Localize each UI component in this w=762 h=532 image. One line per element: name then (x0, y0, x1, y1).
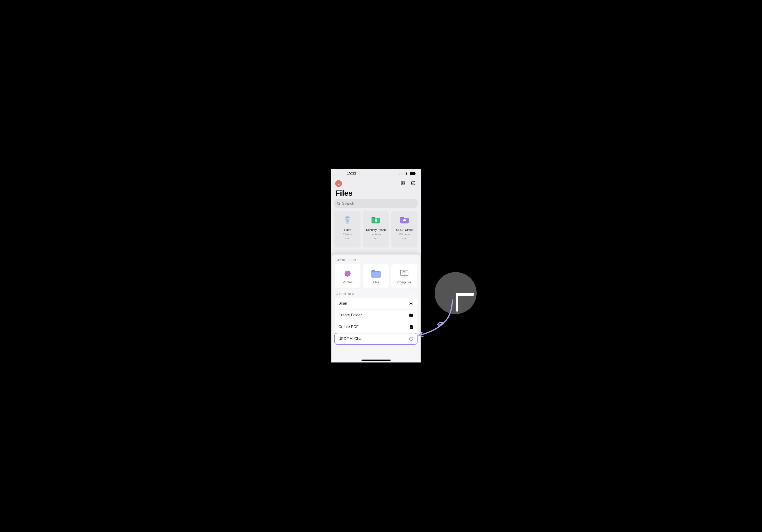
add-fab-callout[interactable] (433, 271, 478, 315)
svg-rect-5 (404, 183, 405, 185)
folder-title: Trash (344, 228, 351, 232)
import-label: Files (373, 280, 379, 284)
svg-rect-1 (416, 173, 416, 174)
wifi-icon (405, 172, 409, 175)
svg-point-7 (337, 202, 340, 204)
svg-rect-3 (404, 181, 405, 183)
scan-icon (409, 301, 414, 306)
files-folder-icon (370, 268, 382, 279)
import-label: Computer (397, 280, 411, 284)
import-row: Photos Files (335, 264, 417, 288)
svg-rect-28 (410, 315, 413, 315)
folder-subtitle: 103 items (399, 233, 410, 236)
avatar[interactable]: L (335, 180, 342, 187)
bottom-sheet: IMPORT FROM (332, 255, 420, 362)
trash-icon (342, 214, 353, 225)
page-title: Files (331, 188, 421, 199)
create-list: Scan Create Folder (335, 298, 417, 345)
folder-subtitle: 2 items (343, 233, 352, 236)
folder-updf-cloud[interactable]: UPDF Cloud 103 items ••• (391, 211, 418, 248)
create-folder[interactable]: Create Folder (335, 310, 417, 321)
search-placeholder: Search (342, 201, 354, 206)
svg-rect-4 (402, 183, 403, 185)
svg-point-13 (346, 222, 347, 223)
svg-rect-0 (410, 172, 415, 175)
cloud-folder-icon (399, 214, 410, 225)
create-item-label: UPDF AI Chat (339, 337, 362, 341)
photos-icon (343, 268, 352, 279)
create-updf-ai-chat[interactable]: UPDF AI Chat (334, 333, 418, 345)
import-files[interactable]: Files (363, 264, 389, 288)
computer-icon (399, 268, 410, 279)
svg-point-11 (345, 219, 347, 220)
create-item-label: Create PDF (339, 325, 359, 329)
svg-point-12 (347, 220, 349, 222)
svg-rect-29 (411, 327, 412, 327)
phone-frame: 15:11 L (331, 169, 421, 362)
svg-line-8 (339, 204, 340, 205)
create-new-label: CREATE NEW (336, 292, 417, 295)
create-item-label: Scan (339, 301, 347, 306)
secure-folder-icon (370, 214, 381, 225)
import-computer[interactable]: Computer (391, 264, 417, 288)
folders-row: Trash 2 items ••• Security Space no item… (331, 208, 421, 249)
ai-chat-icon (409, 337, 414, 341)
battery-icon (410, 172, 416, 175)
create-item-label: Create Folder (339, 313, 362, 317)
svg-rect-30 (411, 328, 412, 328)
cellular-dots-icon (398, 171, 403, 175)
svg-point-26 (404, 274, 405, 274)
import-label: Photos (343, 280, 352, 284)
folder-trash[interactable]: Trash 2 items ••• (334, 211, 360, 248)
import-from-label: IMPORT FROM (336, 259, 417, 262)
svg-rect-2 (402, 181, 403, 183)
svg-rect-10 (346, 216, 348, 217)
search-input[interactable]: Search (334, 199, 418, 208)
status-time: 15:11 (347, 171, 356, 175)
status-indicators (398, 171, 416, 175)
check-square-icon (411, 181, 416, 186)
svg-rect-6 (412, 181, 415, 185)
folder-subtitle: no items (371, 233, 381, 236)
more-icon[interactable]: ••• (345, 237, 350, 241)
more-icon[interactable]: ••• (403, 237, 407, 241)
home-indicator (361, 359, 391, 361)
folder-security-space[interactable]: Security Space no items ••• (363, 211, 389, 248)
folder-title: UPDF Cloud (396, 228, 413, 232)
folder-icon (409, 313, 414, 317)
search-icon (337, 201, 341, 205)
pdf-file-icon (410, 325, 414, 329)
status-bar: 15:11 (331, 169, 421, 178)
create-scan[interactable]: Scan (335, 298, 417, 310)
create-pdf[interactable]: Create PDF (335, 321, 417, 333)
svg-rect-27 (410, 303, 412, 304)
grid-icon (401, 181, 406, 186)
more-icon[interactable]: ••• (374, 237, 378, 241)
svg-rect-14 (375, 220, 377, 222)
select-button[interactable] (410, 180, 417, 187)
folder-title: Security Space (366, 228, 386, 232)
header-row: L (331, 178, 421, 188)
import-photos[interactable]: Photos (335, 264, 360, 288)
grid-view-button[interactable] (400, 180, 407, 187)
